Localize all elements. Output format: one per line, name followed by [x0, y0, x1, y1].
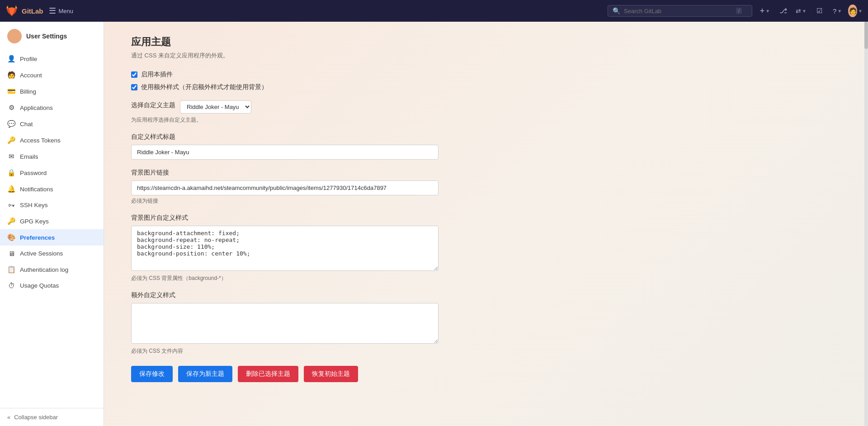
page-title: 应用主题 [131, 35, 529, 49]
sidebar-label-emails: Emails [20, 153, 38, 160]
scrollbar-track[interactable] [864, 22, 868, 426]
profile-icon: 👤 [7, 55, 15, 63]
user-avatar: 🧑 [848, 5, 857, 17]
help-dropdown-icon: ▼ [837, 9, 842, 14]
bg-style-hint: 必须为 CSS 背景属性（background-*） [131, 275, 529, 282]
sidebar-label-access-tokens: Access Tokens [20, 137, 61, 144]
brand-logo[interactable]: GitLab [5, 5, 43, 17]
code-review-button[interactable]: ⎇ [776, 4, 790, 18]
bg-image-hint: 必须为链接 [131, 197, 529, 205]
select-theme-desc: 为应用程序选择自定义主题。 [131, 116, 529, 124]
collapse-label: Collapse sidebar [14, 414, 58, 421]
todos-button[interactable]: ☑ [812, 4, 826, 18]
sidebar-item-notifications[interactable]: 🔔 Notifications [0, 181, 104, 197]
save-new-theme-button[interactable]: 保存为新主题 [178, 366, 232, 382]
bg-image-input[interactable] [131, 180, 439, 195]
bg-image-label: 背景图片链接 [131, 169, 529, 177]
fork-icon: ⎇ [779, 7, 787, 15]
search-bar: 🔍 / [608, 5, 752, 17]
sidebar-label-active-sessions: Active Sessions [20, 250, 63, 257]
sidebar-label-account: Account [20, 72, 42, 79]
sidebar-item-ssh-keys[interactable]: 🗝 SSH Keys [0, 197, 104, 213]
select-theme-label: 选择自定义主题 [131, 101, 175, 109]
enable-plugin-section: 启用本插件 使用额外样式（开启额外样式才能使用背景） [131, 71, 529, 91]
extra-style-textarea[interactable] [131, 303, 439, 344]
user-avatar-button[interactable]: 🧑 ▼ [848, 4, 863, 18]
sidebar-avatar [7, 29, 22, 43]
restore-theme-button[interactable]: 恢复初始主题 [304, 366, 358, 382]
new-item-button[interactable]: + ▼ [758, 4, 772, 18]
menu-button[interactable]: ☰ Menu [49, 6, 74, 16]
collapse-sidebar-button[interactable]: « Collapse sidebar [0, 408, 104, 426]
todo-icon: ☑ [816, 7, 822, 15]
enable-plugin-checkbox[interactable] [131, 71, 137, 78]
navbar: GitLab ☰ Menu 🔍 / + ▼ ⎇ ⇄ ▼ ☑ ? ▼ 🧑 [0, 0, 868, 22]
menu-hamburger-icon: ☰ [49, 6, 56, 16]
bg-image-group: 背景图片链接 必须为链接 [131, 169, 529, 205]
sidebar-label-profile: Profile [20, 56, 37, 62]
menu-label: Menu [59, 8, 74, 14]
theme-select[interactable]: Riddle Joker - Mayu Default Custom Theme… [180, 100, 251, 114]
active-sessions-icon: 🖥 [7, 250, 15, 257]
extra-style-checkbox[interactable] [131, 84, 137, 90]
billing-icon: 💳 [7, 87, 15, 95]
avatar-dropdown-icon: ▼ [858, 9, 863, 14]
navbar-icons: + ▼ ⎇ ⇄ ▼ ☑ ? ▼ 🧑 ▼ [758, 4, 863, 18]
sidebar-item-gpg-keys[interactable]: 🔑 GPG Keys [0, 213, 104, 229]
sidebar-nav: 👤 Profile 🧑 Account 💳 Billing ⚙ Applicat… [0, 47, 104, 297]
auth-log-icon: 📋 [7, 265, 15, 274]
extra-style-row: 使用额外样式（开启额外样式才能使用背景） [131, 83, 529, 91]
usage-quotas-icon: ⏱ [7, 282, 15, 289]
sidebar-item-auth-log[interactable]: 📋 Authentication log [0, 261, 104, 278]
sidebar-item-billing[interactable]: 💳 Billing [0, 83, 104, 99]
extra-style-hint: 必须为 CSS 文件内容 [131, 347, 529, 355]
sidebar-item-applications[interactable]: ⚙ Applications [0, 99, 104, 116]
sidebar-item-profile[interactable]: 👤 Profile [0, 51, 104, 67]
sidebar-label-preferences: Preferences [20, 234, 55, 241]
extra-style-label[interactable]: 使用额外样式（开启额外样式才能使用背景） [141, 83, 268, 91]
page-subtitle: 通过 CSS 来自定义应用程序的外观。 [131, 52, 529, 60]
delete-theme-button[interactable]: 删除已选择主题 [238, 366, 298, 382]
gitlab-icon [5, 5, 18, 17]
enable-plugin-label[interactable]: 启用本插件 [141, 71, 173, 79]
collapse-icon: « [7, 414, 10, 421]
notifications-icon: 🔔 [7, 185, 15, 193]
sidebar-label-gpg-keys: GPG Keys [20, 218, 49, 225]
sidebar-label-applications: Applications [20, 104, 53, 111]
sidebar-item-emails[interactable]: ✉ Emails [0, 148, 104, 165]
ssh-keys-icon: 🗝 [7, 201, 15, 209]
save-button[interactable]: 保存修改 [131, 366, 173, 382]
sidebar-item-preferences[interactable]: 🎨 Preferences [0, 229, 104, 246]
sidebar-item-chat[interactable]: 💬 Chat [0, 116, 104, 132]
gpg-keys-icon: 🔑 [7, 217, 15, 225]
scrollbar-thumb[interactable] [864, 22, 868, 49]
access-tokens-icon: 🔑 [7, 136, 15, 144]
sidebar-header: User Settings [0, 22, 104, 47]
slash-key-badge: / [736, 8, 742, 14]
password-icon: 🔒 [7, 169, 15, 177]
merge-requests-button[interactable]: ⇄ ▼ [794, 4, 808, 18]
style-title-input[interactable] [131, 145, 439, 160]
select-theme-row: 选择自定义主题 Riddle Joker - Mayu Default Cust… [131, 100, 529, 114]
sidebar-label-chat: Chat [20, 121, 33, 128]
search-input[interactable] [624, 8, 732, 14]
sidebar-label-billing: Billing [20, 88, 36, 95]
sidebar-label-password: Password [20, 170, 47, 176]
plus-icon: + [760, 6, 765, 16]
sidebar-item-password[interactable]: 🔒 Password [0, 165, 104, 181]
sidebar-item-active-sessions[interactable]: 🖥 Active Sessions [0, 246, 104, 261]
sidebar-item-usage-quotas[interactable]: ⏱ Usage Quotas [0, 278, 104, 293]
bg-style-textarea[interactable]: background-attachment: fixed; background… [131, 226, 439, 271]
sidebar-item-account[interactable]: 🧑 Account [0, 67, 104, 83]
extra-style-field-label: 额外自定义样式 [131, 291, 529, 299]
help-button[interactable]: ? ▼ [830, 4, 844, 18]
account-icon: 🧑 [7, 71, 15, 79]
content-area: 应用主题 通过 CSS 来自定义应用程序的外观。 启用本插件 使用额外样式（开启… [104, 22, 864, 426]
content-inner: 应用主题 通过 CSS 来自定义应用程序的外观。 启用本插件 使用额外样式（开启… [104, 22, 556, 396]
sidebar-item-access-tokens[interactable]: 🔑 Access Tokens [0, 132, 104, 148]
enable-plugin-row: 启用本插件 [131, 71, 529, 79]
sidebar-label-auth-log: Authentication log [20, 266, 68, 273]
chat-icon: 💬 [7, 120, 15, 128]
sidebar: User Settings 👤 Profile 🧑 Account 💳 Bill… [0, 22, 104, 426]
brand-name: GitLab [22, 7, 43, 15]
